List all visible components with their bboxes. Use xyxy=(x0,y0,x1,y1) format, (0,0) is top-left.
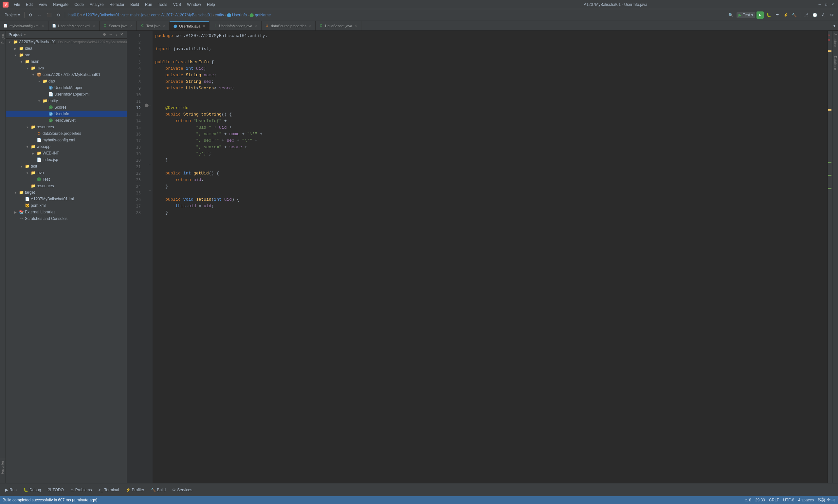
menu-file[interactable]: File xyxy=(11,2,22,7)
tab-userinfo[interactable]: ⬤ UserInfo.java ✕ xyxy=(170,21,210,31)
tree-root[interactable]: ▾ 📁 A1207MyBalischat01 D:\JavaEnterprise… xyxy=(6,39,127,45)
project-dropdown[interactable]: Project ▾ xyxy=(3,12,22,18)
tree-package[interactable]: ▾ 📦 com.A1207.A1207MyBalischat01 xyxy=(6,71,127,78)
breadcrumb-a1207[interactable]: A1207 xyxy=(161,13,173,17)
maximize-button[interactable]: □ xyxy=(824,2,829,7)
minimize-button[interactable]: ─ xyxy=(817,2,822,7)
status-encoding[interactable]: UTF-8 xyxy=(783,498,794,502)
bottom-tab-todo[interactable]: ☑ TODO xyxy=(45,486,66,493)
coverage-button[interactable]: ☂ xyxy=(773,12,781,19)
tree-test-resources[interactable]: ▶ 📁 resources xyxy=(6,183,127,189)
tree-indexjsp[interactable]: ▶ 📄 index.jsp xyxy=(6,157,127,163)
tree-resources[interactable]: ▾ 📁 resources xyxy=(6,124,127,130)
tree-iml[interactable]: ▶ 📄 A1207MyBalischat01.iml xyxy=(6,196,127,202)
tree-entity[interactable]: ▾ 📁 entity xyxy=(6,97,127,104)
fold-bracket-21[interactable]: ⌐ xyxy=(149,162,151,167)
breadcrumb-getname[interactable]: ⬤ getName xyxy=(249,13,271,17)
tree-webapp[interactable]: ▾ 📁 webapp xyxy=(6,143,127,150)
tab-datasource[interactable]: ⚙ dataSource.properties ✕ xyxy=(262,21,316,31)
tree-userinfomapper-iface[interactable]: ▶ I UserInfoMapper xyxy=(6,85,127,91)
tab-userinfomapper[interactable]: I UserInfoMapper.java ✕ xyxy=(210,21,262,31)
run-button[interactable]: ▶ xyxy=(756,12,764,19)
debug-button[interactable]: 🐛 xyxy=(765,12,772,19)
fold-bracket-25[interactable]: ⌐ xyxy=(149,188,151,194)
menu-window[interactable]: Window xyxy=(184,2,203,7)
tree-target[interactable]: ▾ 📁 target xyxy=(6,189,127,196)
status-line-ending[interactable]: CRLF xyxy=(769,498,779,502)
database-panel-label[interactable]: Database xyxy=(834,55,837,71)
tree-test[interactable]: ▾ 📁 test xyxy=(6,163,127,169)
fold-icon-12[interactable]: ⬤ xyxy=(145,103,149,108)
status-position[interactable]: 29:30 xyxy=(755,498,765,502)
bottom-tab-problems[interactable]: ⚠ Problems xyxy=(68,486,95,493)
breadcrumb-userinfo[interactable]: ⬤ UserInfo xyxy=(227,13,247,17)
bottom-tab-build[interactable]: 🔨 Build xyxy=(148,486,168,493)
breadcrumb-hat[interactable]: :hat01) xyxy=(68,13,79,17)
build-button[interactable]: 🔨 xyxy=(790,12,798,19)
tree-src[interactable]: ▾ 📁 src xyxy=(6,52,127,58)
panel-settings-icon[interactable]: ⚙ xyxy=(102,32,107,37)
tree-datasource[interactable]: ▶ ⚙ dataSource.properties xyxy=(6,130,127,137)
tab-scores[interactable]: C Scores.java ✕ xyxy=(100,21,137,31)
breadcrumb-main[interactable]: main xyxy=(130,13,139,17)
menu-tools[interactable]: Tools xyxy=(156,2,170,7)
bottom-tab-debug[interactable]: 🐛 Debug xyxy=(21,486,43,493)
menu-build[interactable]: Build xyxy=(128,2,142,7)
vcs-button[interactable]: ⎇ xyxy=(803,12,810,19)
tree-pom[interactable]: ▶ 🐱 pom.xml xyxy=(6,202,127,209)
code-content[interactable]: package com.A1207.A1207MyBalischat01.ent… xyxy=(153,31,827,483)
tree-java[interactable]: ▾ 📁 java xyxy=(6,65,127,71)
tab-close-uimxml[interactable]: ✕ xyxy=(92,23,96,28)
toolbar-collapse[interactable]: ⬛ xyxy=(45,12,54,18)
tabs-more-button[interactable]: ▾ xyxy=(831,23,838,28)
bottom-tab-profiler[interactable]: ⚡ Profiler xyxy=(123,486,147,493)
breadcrumb-src[interactable]: src xyxy=(122,13,128,17)
breadcrumb-java[interactable]: java xyxy=(141,13,149,17)
tab-close-ds[interactable]: ✕ xyxy=(308,23,312,28)
breadcrumb-proj2[interactable]: A1207MyBalischat01 xyxy=(175,13,212,17)
status-indent[interactable]: 4 spaces xyxy=(798,498,814,502)
tree-main[interactable]: ▾ 📁 main xyxy=(6,58,127,65)
menu-edit[interactable]: Edit xyxy=(23,2,35,7)
tab-helloservlet[interactable]: C HelloServlet.java ✕ xyxy=(316,21,361,31)
tab-close-userinfo[interactable]: ✕ xyxy=(202,24,206,28)
panel-expand-icon[interactable]: ↔ xyxy=(108,32,113,37)
tree-extlibs[interactable]: ▶ 📚 External Libraries xyxy=(6,209,127,215)
status-warning[interactable]: ⚠ 8 xyxy=(744,498,751,502)
tree-idea[interactable]: ▶ 📁 idea xyxy=(6,45,127,52)
toolbar-settings[interactable]: ⚙ xyxy=(27,12,34,18)
breadcrumb-com[interactable]: com xyxy=(151,13,159,17)
menu-run[interactable]: Run xyxy=(142,2,155,7)
tab-mybatis-config[interactable]: 📄 mybatis-config.xml ✕ xyxy=(0,21,49,31)
bottom-tab-run[interactable]: ▶ Run xyxy=(3,486,19,493)
fold-bracket-12[interactable]: ⌐ xyxy=(149,103,151,108)
menu-analyze[interactable]: Analyze xyxy=(87,2,106,7)
tree-test-java[interactable]: ▾ 📁 java xyxy=(6,169,127,176)
tree-mybatisconfig[interactable]: ▶ 📄 mybatis-config.xml xyxy=(6,137,127,143)
profiler-button[interactable]: ⚡ xyxy=(782,12,789,19)
menu-code[interactable]: Code xyxy=(72,2,86,7)
tree-test-class[interactable]: ▶ T Test xyxy=(6,176,127,183)
tree-scratches[interactable]: ▶ ✏ Scratches and Consoles xyxy=(6,215,127,222)
search-everywhere-icon[interactable]: 🔍 xyxy=(726,12,735,18)
menu-refactor[interactable]: Refactor xyxy=(107,2,127,7)
favorites-label[interactable]: Favorites xyxy=(0,459,5,475)
tab-close-hs[interactable]: ✕ xyxy=(354,23,358,28)
tree-scores[interactable]: ▶ C Scores xyxy=(6,104,127,111)
bottom-tab-terminal[interactable]: >_ Terminal xyxy=(96,486,122,493)
settings-button[interactable]: ⚙ xyxy=(828,12,835,19)
structure-button[interactable]: A xyxy=(820,12,827,19)
tree-uimxml[interactable]: ▶ 📄 UserInfoMapper.xml xyxy=(6,91,127,97)
tab-close-mybatis[interactable]: ✕ xyxy=(41,23,45,28)
structure-panel-label[interactable]: Structure xyxy=(834,32,837,48)
panel-close-icon[interactable]: ✕ xyxy=(119,32,124,37)
tab-close-scores[interactable]: ✕ xyxy=(129,23,133,28)
bottom-tab-services[interactable]: ⚙ Services xyxy=(170,486,195,493)
tree-userinfo[interactable]: ▶ U UserInfo xyxy=(6,111,127,117)
menu-navigate[interactable]: Navigate xyxy=(50,2,71,7)
history-button[interactable]: 🕐 xyxy=(811,12,818,19)
close-button[interactable]: ✕ xyxy=(830,2,835,7)
tree-webinf[interactable]: ▶ 📁 WEB-INF xyxy=(6,150,127,157)
tab-userinfomapper-xml[interactable]: 📄 UserInfoMapper.xml ✕ xyxy=(49,21,99,31)
toolbar-gear[interactable]: ⚙ xyxy=(55,12,63,18)
